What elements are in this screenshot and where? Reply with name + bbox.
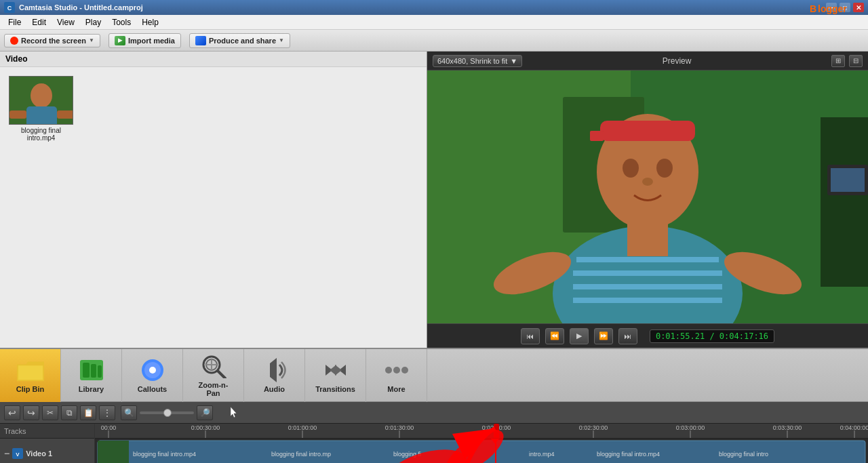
tool-audio[interactable]: Audio (244, 349, 305, 402)
svg-rect-32 (98, 365, 102, 378)
rewind-btn[interactable]: ⏪ (545, 328, 564, 344)
svg-rect-28 (627, 222, 668, 256)
menu-tools[interactable]: Tools (106, 16, 136, 28)
play-pause-btn[interactable]: ▶ (570, 328, 589, 344)
svg-rect-16 (600, 121, 695, 141)
zoom-pan-icon (200, 354, 227, 378)
zoom-out-btn[interactable]: 🔍 (121, 405, 137, 420)
svg-point-20 (642, 178, 653, 186)
toolbar: Record the screen ▼ ▶ Import media Produ… (0, 30, 868, 52)
menu-bar: File Edit View Play Tools Help (0, 15, 868, 30)
zoom-slider-thumb[interactable] (163, 409, 172, 417)
clip-bin-header: Video (0, 52, 427, 67)
svg-text:intro.mp4: intro.mp4 (529, 451, 555, 458)
svg-text:blogging fi: blogging fi (393, 451, 421, 458)
svg-rect-31 (91, 364, 96, 378)
svg-text:0:01:30:00: 0:01:30:00 (385, 424, 414, 431)
tool-clip-bin[interactable]: Clip Bin (0, 349, 61, 402)
content-area: Video blogging finalintro.mp4 (0, 52, 868, 348)
thumbnail-image (9, 76, 73, 125)
svg-point-41 (385, 367, 392, 374)
track-content: 00:00 0:00:30:00 0:01:00:00 0:01:30:00 0… (95, 424, 868, 463)
svg-rect-70 (98, 441, 129, 463)
transitions-label: Transitions (315, 385, 355, 393)
library-icon (78, 358, 105, 382)
svg-text:logger: logger (818, 3, 847, 14)
video-track-collapse[interactable]: − (4, 448, 9, 459)
timeline-ruler: 00:00 0:00:30:00 0:01:00:00 0:01:30:00 0… (95, 424, 868, 439)
svg-text:blogging final intro: blogging final intro (719, 451, 768, 458)
copy-btn[interactable]: ⧉ (61, 405, 77, 420)
menu-play[interactable]: Play (80, 16, 106, 28)
svg-text:blogging final intro.mp4: blogging final intro.mp4 (133, 451, 196, 458)
preview-icon-2[interactable]: ⊟ (849, 55, 863, 67)
svg-point-5 (31, 83, 52, 108)
fast-forward-btn[interactable]: ⏩ (594, 328, 613, 344)
title-bar: C Camtasia Studio - Untitled.camproj — □… (0, 0, 868, 15)
produce-share-btn[interactable]: Produce and share ▼ (189, 33, 290, 48)
menu-file[interactable]: File (3, 16, 26, 28)
right-panel: 640x480, Shrink to fit ▼ Preview ⊞ ⊟ (427, 52, 868, 348)
menu-edit[interactable]: Edit (26, 16, 52, 28)
svg-point-19 (656, 159, 673, 178)
go-to-start-btn[interactable]: ⏮ (521, 328, 540, 344)
svg-text:blogging final intro.mp: blogging final intro.mp (271, 451, 331, 458)
app-title: Camtasia Studio - Untitled.camproj (19, 3, 826, 12)
preview-resolution-dropdown[interactable]: 640x480, Shrink to fit ▼ (433, 55, 522, 67)
preview-header: 640x480, Shrink to fit ▼ Preview ⊞ ⊟ (427, 52, 868, 71)
video-track-icon: V (12, 448, 23, 459)
svg-text:B: B (810, 3, 816, 14)
import-media-btn[interactable]: ▶ Import media (108, 33, 181, 48)
cut-btn[interactable]: ✂ (42, 405, 58, 420)
go-to-end-btn[interactable]: ⏭ (618, 328, 637, 344)
track-labels: Tracks − V Video 1 − A Audio 1 (0, 424, 95, 463)
video-track: blogging final intro.mp4 blogging final … (95, 439, 868, 463)
svg-rect-6 (26, 106, 57, 125)
undo-btn[interactable]: ↩ (4, 405, 20, 420)
menu-help[interactable]: Help (136, 16, 164, 28)
svg-point-43 (401, 367, 408, 374)
paste-btn[interactable]: 📋 (80, 405, 96, 420)
cursor-indicator (229, 406, 240, 420)
tool-transitions[interactable]: Transitions (305, 349, 366, 402)
record-screen-btn[interactable]: Record the screen ▼ (4, 34, 100, 47)
svg-text:0:01:00:00: 0:01:00:00 (288, 424, 317, 431)
record-dropdown-icon: ▼ (89, 37, 94, 43)
menu-view[interactable]: View (52, 16, 80, 28)
svg-rect-30 (83, 363, 90, 378)
video-track-label: Video 1 (26, 449, 52, 458)
svg-text:V: V (16, 451, 20, 458)
produce-label: Produce and share (209, 37, 276, 45)
svg-text:blogging final intro.mp4: blogging final intro.mp4 (597, 451, 660, 458)
callouts-icon (139, 358, 166, 382)
main-area: Video blogging finalintro.mp4 (0, 52, 868, 463)
record-label: Record the screen (21, 37, 86, 45)
svg-text:0:00:30:00: 0:00:30:00 (191, 424, 220, 431)
more-label: More (387, 385, 405, 393)
timeline-toolbar: ↩ ↪ ✂ ⧉ 📋 ⋮ 🔍 🔎 (0, 402, 868, 424)
app-icon: C (4, 2, 15, 13)
video-thumbnail-item[interactable]: blogging finalintro.mp4 (5, 73, 77, 145)
zoom-slider[interactable] (140, 411, 194, 414)
callouts-label: Callouts (138, 385, 167, 393)
svg-text:0:02:30:00: 0:02:30:00 (579, 424, 608, 431)
tool-library[interactable]: Library (61, 349, 122, 402)
tool-more[interactable]: More (366, 349, 427, 402)
redo-btn[interactable]: ↪ (23, 405, 39, 420)
zoom-in-btn[interactable]: 🔎 (197, 405, 213, 420)
tool-callouts[interactable]: Callouts (122, 349, 183, 402)
tool-zoom-pan[interactable]: Zoom-n-Pan (183, 349, 244, 402)
svg-text:0:03:00:00: 0:03:00:00 (676, 424, 705, 431)
produce-icon (195, 36, 206, 45)
split-btn[interactable]: ⋮ (99, 405, 115, 420)
preview-icon-1[interactable]: ⊞ (831, 55, 845, 67)
clip-bin-icon (17, 358, 44, 382)
svg-rect-17 (590, 131, 604, 141)
timeline-area: ↩ ↪ ✂ ⧉ 📋 ⋮ 🔍 🔎 (0, 402, 868, 463)
library-label: Library (79, 385, 104, 393)
import-label: Import media (128, 37, 175, 45)
blogger-logo: B logger (806, 0, 868, 16)
svg-rect-12 (821, 117, 868, 287)
svg-rect-8 (57, 110, 73, 119)
svg-point-35 (149, 367, 156, 374)
